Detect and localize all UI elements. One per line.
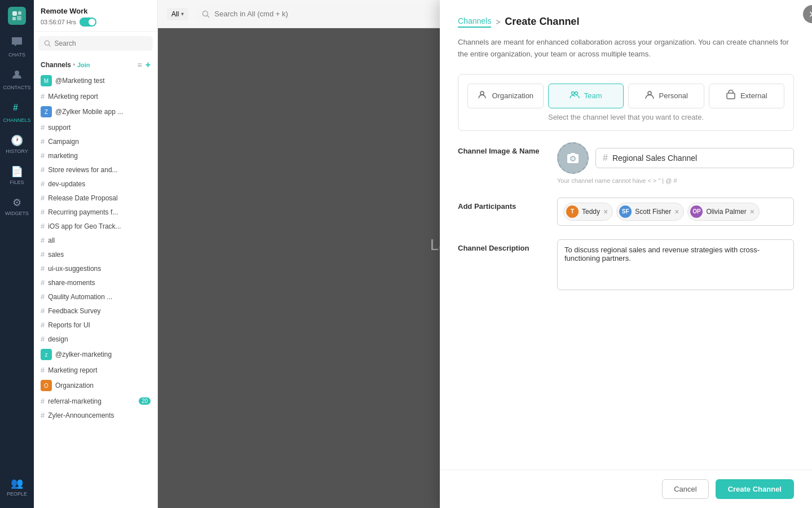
channel-item[interactable]: # support ••• [34, 120, 157, 134]
channels-header-title: Channels • Join [41, 61, 90, 69]
sidebar-item-widgets[interactable]: ⚙ WIDGETS [1, 192, 33, 221]
app-logo[interactable] [8, 7, 26, 25]
channel-name: Store reviews for and... [48, 166, 151, 174]
teddy-remove[interactable]: × [603, 208, 608, 216]
org-type-label: Organization [492, 91, 533, 100]
channel-name-input-wrapper[interactable]: # [595, 148, 794, 168]
channel-item[interactable]: # MArketing report ••• [34, 89, 157, 103]
channel-name-field[interactable] [612, 154, 787, 163]
channel-name: Qaulity Automation ... [48, 293, 151, 301]
svg-point-8 [203, 11, 208, 16]
channel-type-grid: Organization Team [458, 74, 794, 131]
panel-header: Remote Work 03:56:07 Hrs [34, 0, 157, 32]
svg-point-4 [15, 71, 19, 75]
channel-name: Zyler-Announcements [48, 411, 151, 419]
svg-point-11 [571, 91, 574, 94]
type-organization[interactable]: Organization [467, 84, 544, 108]
type-personal[interactable]: Personal [628, 84, 704, 108]
sidebar-item-history[interactable]: 🕐 HISTORY [1, 130, 33, 159]
channel-item[interactable]: # marketing ••• [34, 148, 157, 163]
channel-item[interactable]: # Release Date Proposal ••• [34, 191, 157, 205]
hash-icon: # [41, 306, 45, 315]
channel-item[interactable]: # share-moments ••• [34, 275, 157, 290]
hash-icon: # [41, 321, 45, 329]
olivia-remove[interactable]: × [750, 208, 754, 216]
channel-item[interactable]: # Feedback Survey ••• [34, 304, 157, 318]
timer-value: 03:56:07 Hrs [41, 19, 76, 25]
channel-name: @zylker-marketing [55, 351, 151, 358]
hash-icon: # [41, 151, 45, 160]
sidebar-item-chats-label: CHATS [8, 52, 25, 58]
hash-icon: # [41, 264, 45, 273]
channel-name: marketing [48, 152, 151, 160]
sidebar-item-contacts-label: CONTACTS [3, 85, 31, 90]
sidebar-item-people-label: PEOPLE [7, 491, 27, 497]
sidebar-item-chats[interactable]: CHATS [1, 32, 33, 62]
breadcrumb-channels-link[interactable]: Channels [458, 16, 491, 28]
widgets-icon: ⚙ [12, 196, 21, 209]
breadcrumb-current: Create Channel [505, 16, 579, 28]
create-channel-button[interactable]: Create Channel [716, 479, 794, 499]
channel-panel: Remote Work 03:56:07 Hrs Channels • Join… [34, 0, 158, 508]
type-external[interactable]: External [709, 84, 785, 108]
channel-item[interactable]: # Zyler-Announcements ••• [34, 408, 157, 422]
main-content: Laughing at our Laughing a All ▾ ✕ Chann… [158, 0, 812, 508]
participants-input[interactable]: T Teddy × SF Scott Fisher × OP Olivia Pa… [557, 198, 794, 226]
channel-name: MArketing report [48, 93, 151, 100]
channel-item[interactable]: # Recurring payments f... ••• [34, 205, 157, 219]
group-icon: M [41, 75, 52, 86]
scott-name: Scott Fisher [635, 208, 671, 216]
teddy-avatar: T [566, 205, 579, 218]
group-icon: O [41, 380, 52, 391]
channel-name: all [48, 237, 151, 244]
sort-icon[interactable]: ≡ [137, 60, 142, 69]
channel-item[interactable]: M @Marketing test ••• [34, 72, 157, 89]
sidebar-item-contacts[interactable]: CONTACTS [1, 64, 33, 95]
search-bar[interactable] [38, 36, 153, 51]
channel-item[interactable]: # design ••• [34, 332, 157, 346]
hash-icon: # [41, 335, 45, 343]
channel-item[interactable]: # sales ••• [34, 247, 157, 261]
channel-name: Reports for UI [48, 321, 151, 329]
channel-name: Campaign [48, 138, 151, 146]
modal-description: Channels are meant for enhanced collabor… [458, 37, 794, 60]
description-content: To discuss regional sales and revenue st… [557, 239, 794, 292]
channel-item[interactable]: z @zylker-marketing ••• [34, 346, 157, 363]
svg-rect-0 [12, 11, 17, 16]
channel-item[interactable]: # dev-updates ••• [34, 177, 157, 191]
channel-item[interactable]: # Reports for UI ••• [34, 318, 157, 332]
channel-item[interactable]: Z @Zylker Mobile app ... ••• [34, 103, 157, 120]
external-type-label: External [740, 91, 767, 100]
svg-point-12 [575, 91, 577, 94]
channel-item[interactable]: # all ••• [34, 233, 157, 247]
group-icon: z [41, 349, 52, 360]
type-team[interactable]: Team [548, 84, 624, 108]
sidebar-item-channels[interactable]: # CHANNELS [1, 97, 33, 128]
timer-toggle[interactable] [80, 17, 96, 27]
channel-avatar-upload[interactable] [557, 142, 589, 174]
channel-item[interactable]: # Marketing report ••• [34, 363, 157, 377]
channel-item[interactable]: # Store reviews for and... ••• [34, 163, 157, 177]
add-channel-button[interactable]: + [145, 60, 151, 70]
svg-rect-3 [17, 16, 21, 20]
filter-dropdown[interactable]: All ▾ [167, 8, 188, 20]
image-name-label: Channel Image & Name [458, 142, 548, 155]
channel-item[interactable]: O Organization ••• [34, 377, 157, 394]
channel-name: Recurring payments f... [48, 208, 151, 216]
channel-item[interactable]: # ui-ux-suggestions ••• [34, 261, 157, 275]
filter-label: All [171, 10, 179, 18]
sidebar-item-channels-label: CHANNELS [3, 117, 31, 123]
description-textarea[interactable]: To discuss regional sales and revenue st… [557, 239, 794, 290]
channel-item[interactable]: # referral-marketing 20 ••• [34, 394, 157, 408]
channel-item[interactable]: # iOS app for Geo Track... ••• [34, 219, 157, 233]
cancel-button[interactable]: Cancel [662, 479, 708, 499]
sidebar-item-people[interactable]: 👥 PEOPLE [1, 472, 33, 501]
sidebar: CHATS CONTACTS # CHANNELS 🕐 HISTORY 📄 FI… [0, 0, 34, 508]
search-input[interactable] [55, 40, 147, 47]
channel-item[interactable]: # Campaign ••• [34, 134, 157, 148]
sidebar-item-files[interactable]: 📄 FILES [1, 161, 33, 190]
channel-item[interactable]: # Qaulity Automation ... ••• [34, 290, 157, 304]
modal-body: Channels > Create Channel Channels are m… [440, 0, 812, 470]
join-link[interactable]: Join [77, 62, 90, 68]
scott-remove[interactable]: × [674, 208, 679, 216]
